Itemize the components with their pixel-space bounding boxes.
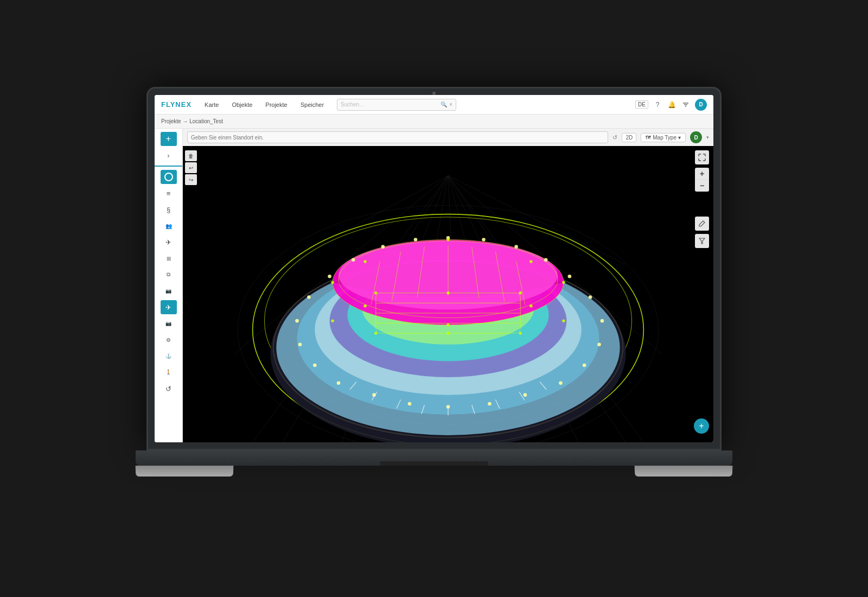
undo-button[interactable]: ↩ [185, 162, 197, 173]
app-logo: FLYNEX [161, 100, 192, 109]
laptop-base [136, 450, 732, 466]
navbar: FLYNEX Karte Objekte Projekte Speicher S… [155, 95, 713, 115]
svg-point-84 [529, 304, 532, 307]
sidebar-icon-anchor[interactable]: ⚓ [161, 349, 177, 363]
svg-point-79 [331, 319, 334, 322]
svg-point-80 [562, 319, 565, 322]
svg-point-48 [597, 343, 601, 347]
zoom-out-button[interactable]: − [695, 180, 709, 192]
tool-overlay: 🗑 ↩ ↪ [185, 150, 197, 185]
sidebar-icon-clone[interactable]: ⧉ [161, 268, 177, 282]
view-2d-button[interactable]: 2D [622, 133, 636, 142]
svg-point-62 [352, 258, 355, 262]
help-icon[interactable]: ? [653, 100, 662, 110]
svg-point-90 [446, 332, 449, 334]
map-user-avatar[interactable]: D [690, 131, 702, 143]
sidebar-icon-users[interactable]: 👥 [161, 219, 177, 233]
filter-map-button[interactable] [695, 234, 709, 248]
fab-add-button[interactable]: + [694, 418, 709, 434]
svg-point-85 [374, 291, 377, 294]
sidebar-icon-camera[interactable]: 📷 [161, 284, 177, 298]
nav-menu: Karte Objekte Projekte Speicher [202, 100, 326, 109]
map-icon: 🗺 [646, 135, 651, 141]
nav-item-karte[interactable]: Karte [202, 100, 221, 109]
svg-point-58 [298, 343, 302, 347]
search-clear-icon[interactable]: × [449, 101, 452, 107]
sidebar-icon-chevron[interactable]: › [161, 148, 177, 162]
svg-point-50 [559, 382, 563, 385]
laptop-container: FLYNEX Karte Objekte Projekte Speicher S… [136, 87, 732, 510]
expand-button[interactable] [695, 150, 709, 164]
app-ui: FLYNEX Karte Objekte Projekte Speicher S… [155, 95, 713, 442]
right-tools: + − [695, 150, 709, 248]
svg-point-59 [295, 319, 299, 323]
sidebar-icon-active-flight[interactable]: ✈ [161, 300, 177, 314]
svg-point-78 [446, 323, 449, 326]
svg-point-75 [331, 281, 334, 283]
svg-point-43 [514, 245, 518, 249]
nav-item-speicher[interactable]: Speicher [298, 100, 326, 109]
svg-point-57 [313, 364, 317, 367]
svg-point-54 [408, 402, 412, 406]
sidebar-icon-person[interactable]: 🚶 [161, 365, 177, 379]
user-avatar[interactable]: D [695, 99, 707, 111]
refresh-icon[interactable]: ↺ [612, 134, 617, 141]
svg-point-46 [589, 295, 592, 299]
svg-marker-91 [699, 238, 705, 244]
map-search-input[interactable] [187, 131, 608, 143]
svg-point-64 [414, 238, 418, 242]
svg-point-42 [482, 238, 486, 242]
zoom-in-button[interactable]: + [695, 168, 709, 180]
svg-point-82 [529, 260, 532, 263]
map-type-button[interactable]: 🗺 Map Type ▾ [641, 133, 686, 142]
notification-icon[interactable]: 🔔 [667, 100, 676, 110]
nav-item-objekte[interactable]: Objekte [229, 100, 254, 109]
stadium-visualization [183, 146, 713, 442]
breadcrumb: Projekte → Location_Test [155, 115, 713, 129]
main-area: + › ≡ § 👥 ✈ ⊞ ⧉ 📷 ✈ [155, 129, 713, 442]
svg-point-61 [328, 275, 331, 278]
sidebar-icon-settings[interactable]: ⚙ [161, 333, 177, 347]
map-controls-right: ↺ 2D 🗺 Map Type ▾ D ▾ [612, 131, 709, 143]
pencil-button[interactable] [695, 217, 709, 231]
redo-button[interactable]: ↪ [185, 174, 197, 185]
svg-point-44 [544, 258, 548, 262]
chevron-down-icon: ▾ [678, 135, 681, 141]
zoom-controls: + − [695, 168, 709, 192]
sidebar-icon-camera2[interactable]: 📷 [161, 316, 177, 331]
filter-icon[interactable] [681, 100, 691, 110]
svg-point-88 [519, 332, 521, 334]
svg-point-86 [519, 291, 521, 294]
svg-point-83 [363, 304, 366, 307]
svg-point-76 [562, 281, 565, 283]
sidebar-icon-add[interactable]: + [161, 132, 177, 146]
svg-point-89 [446, 291, 449, 294]
sidebar-icon-grid[interactable]: ⊞ [161, 251, 177, 265]
map-user-chevron[interactable]: ▾ [706, 135, 709, 140]
sidebar-icon-list[interactable]: ≡ [161, 186, 177, 200]
svg-point-63 [381, 245, 385, 249]
nav-item-projekte[interactable]: Projekte [263, 100, 289, 109]
map-type-label: Map Type [653, 135, 676, 141]
breadcrumb-text: Projekte → Location_Test [161, 118, 223, 124]
search-icon: 🔍 [441, 101, 447, 107]
laptop-screen: FLYNEX Karte Objekte Projekte Speicher S… [146, 87, 722, 450]
sidebar-icon-circle[interactable] [161, 170, 177, 184]
navbar-right: DE ? 🔔 D [635, 99, 707, 111]
sidebar-icon-undo[interactable]: ↺ [161, 382, 177, 396]
left-sidebar: + › ≡ § 👥 ✈ ⊞ ⧉ 📷 ✈ [155, 129, 183, 442]
screen-content: FLYNEX Karte Objekte Projekte Speicher S… [155, 95, 713, 442]
map-area[interactable]: ↺ 2D 🗺 Map Type ▾ D ▾ [183, 129, 713, 442]
svg-point-52 [488, 402, 492, 406]
laptop-foot-left [136, 466, 234, 477]
search-box[interactable]: Suchen... 🔍 × [337, 99, 456, 111]
svg-point-56 [337, 382, 341, 385]
sidebar-icon-flight[interactable]: ✈ [161, 235, 177, 249]
svg-point-51 [524, 393, 527, 397]
svg-point-60 [307, 295, 311, 299]
language-selector[interactable]: DE [635, 100, 648, 109]
svg-point-77 [446, 238, 449, 241]
laptop-foot-right [635, 466, 733, 477]
sidebar-icon-para[interactable]: § [161, 202, 177, 217]
delete-button[interactable]: 🗑 [185, 150, 197, 161]
